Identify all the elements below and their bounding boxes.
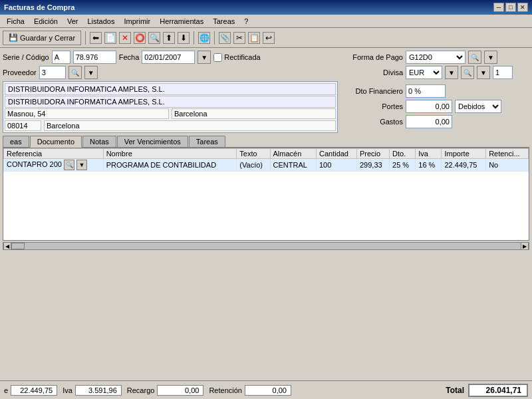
divisa-search-btn[interactable]: 🔍 (461, 66, 474, 79)
serie-label: Serie / Código (3, 53, 49, 61)
col-nombre: Nombre (103, 149, 237, 159)
retencion-label: Retención (209, 386, 242, 394)
menu-listados[interactable]: Listados (84, 17, 119, 26)
forma-pago-dropdown-btn[interactable]: ▼ (484, 51, 497, 64)
tab-eas[interactable]: eas (3, 136, 29, 147)
divisa-dropdown-btn[interactable]: ▼ (445, 66, 458, 79)
proveedor-search-btn[interactable]: 🔍 (68, 66, 82, 79)
scroll-track[interactable] (11, 243, 521, 249)
col-referencia: Referencia (4, 149, 104, 159)
menu-ficha[interactable]: Ficha (3, 17, 29, 26)
divisa-amount-input[interactable]: 1 (493, 66, 513, 79)
recargo-field: Recargo 0,00 (127, 385, 204, 396)
save-close-button[interactable]: 💾 Guardar y Cerrar (3, 31, 81, 45)
title-bar: Facturas de Compra ─ □ ✕ (0, 0, 532, 15)
gastos-row: Gastos (343, 115, 529, 128)
cut-icon[interactable]: ✂ (233, 32, 245, 44)
fecha-input[interactable] (142, 51, 195, 64)
save-close-label: Guardar y Cerrar (20, 34, 75, 42)
vendor-name1: DISTRIBUIDORA INFORMATICA AMPLES, S.L. (5, 83, 336, 95)
proveedor-dropdown-btn[interactable]: ▼ (84, 66, 98, 79)
tab-documento[interactable]: Documento (30, 136, 82, 148)
rectificada-label: Rectificada (213, 53, 260, 62)
tab-bar: eas Documento Notas Ver Vencimientos Tar… (3, 136, 529, 148)
menu-imprimir[interactable]: Imprimir (120, 17, 154, 26)
search-icon[interactable]: 🔍 (148, 32, 160, 44)
forma-pago-search-btn[interactable]: 🔍 (468, 51, 481, 64)
vendor-box: DISTRIBUIDORA INFORMATICA AMPLES, S.L. D… (3, 81, 338, 133)
table-row[interactable]: CONTAPRO 200 🔍 ▼ PROGRAMA DE CONTABILIDA… (4, 159, 529, 172)
fecha-dropdown-btn[interactable]: ▼ (198, 51, 211, 64)
line-items-table: Referencia Nombre Texto Almacén Cantidad… (3, 148, 529, 172)
total-box: Total 26.041,71 (446, 384, 528, 397)
portes-row: Portes Debidos (343, 100, 529, 113)
delete-icon[interactable]: ✕ (119, 32, 131, 44)
menu-edicion[interactable]: Edición (30, 17, 62, 26)
menu-herramientas[interactable]: Herramientas (156, 17, 207, 26)
base-field: e 22.449,75 (4, 385, 57, 396)
scroll-right-btn[interactable]: ▶ (521, 242, 529, 250)
divisa-arrow-btn[interactable]: ▼ (477, 66, 490, 79)
proveedor-input[interactable] (39, 66, 66, 79)
menu-help[interactable]: ? (240, 17, 252, 26)
cell-texto: (Vacío) (237, 159, 270, 172)
horizontal-scrollbar[interactable]: ◀ ▶ (3, 242, 529, 250)
divisa-select[interactable]: EUR (406, 66, 442, 79)
iva-value: 3.591,96 (75, 385, 122, 396)
gastos-input[interactable] (406, 115, 452, 128)
toolbar-separator-2 (194, 31, 194, 45)
internet-icon[interactable]: 🌐 (198, 32, 210, 44)
status-bar: e 22.449,75 Iva 3.591,96 Recargo 0,00 Re… (0, 380, 532, 399)
col-texto: Texto (237, 149, 270, 159)
undo-icon[interactable]: ↩ (263, 32, 275, 44)
serie-input[interactable] (52, 51, 70, 64)
cell-iva: 16 % (416, 159, 442, 172)
gastos-label: Gastos (343, 118, 403, 126)
portes-label: Portes (343, 102, 403, 110)
forma-pago-row: Forma de Pago G12D0 🔍 ▼ (343, 51, 529, 64)
tab-notas[interactable]: Notas (82, 136, 116, 147)
save-icon: 💾 (9, 33, 18, 42)
menu-bar: Ficha Edición Ver Listados Imprimir Herr… (0, 15, 532, 28)
tab-tareas[interactable]: Tareas (189, 136, 225, 147)
close-button[interactable]: ✕ (517, 3, 528, 12)
cell-referencia: CONTAPRO 200 🔍 ▼ (4, 159, 104, 172)
row-search-btn[interactable]: 🔍 (64, 160, 74, 170)
toolbar-separator-3 (214, 31, 215, 45)
cancel-icon[interactable]: ⭕ (134, 32, 146, 44)
prev-icon[interactable]: ⬆ (163, 32, 175, 44)
cell-retencion: No (486, 159, 529, 172)
forma-pago-select[interactable]: G12D0 (406, 51, 466, 64)
next-icon[interactable]: ⬇ (178, 32, 190, 44)
col-cantidad: Cantidad (316, 149, 356, 159)
minimize-button[interactable]: ─ (493, 3, 504, 12)
vendor-city2: Barcelona (44, 120, 336, 131)
toolbar: 💾 Guardar y Cerrar ⬅ 📄 ✕ ⭕ 🔍 ⬆ ⬇ 🌐 📎 ✂ 📋… (0, 28, 532, 48)
iva-field: Iva 3.591,96 (63, 385, 122, 396)
scroll-left-btn[interactable]: ◀ (3, 242, 11, 250)
cell-dto: 25 % (390, 159, 416, 172)
dto-input[interactable] (406, 84, 446, 98)
menu-ver[interactable]: Ver (63, 17, 82, 26)
cell-importe: 22.449,75 (442, 159, 486, 172)
vendor-name2: DISTRIBUIDORA INFORMATICA AMPLES, S.L. (5, 96, 336, 108)
recargo-value: 0,00 (157, 385, 203, 396)
cell-cantidad: 100 (316, 159, 356, 172)
window-title: Facturas de Compra (4, 3, 74, 11)
paste-icon[interactable]: 📋 (248, 32, 260, 44)
scroll-thumb[interactable] (11, 243, 25, 249)
row-dropdown-btn[interactable]: ▼ (76, 160, 87, 170)
rectificada-checkbox[interactable] (213, 53, 222, 62)
form-area: Serie / Código Fecha ▼ Rectificada Prove… (3, 51, 529, 133)
portes-input[interactable] (406, 100, 452, 113)
codigo-input[interactable] (73, 51, 116, 64)
cell-precio: 299,33 (356, 159, 389, 172)
back-icon[interactable]: ⬅ (90, 32, 102, 44)
new-icon[interactable]: 📄 (104, 32, 116, 44)
attach-icon[interactable]: 📎 (219, 32, 231, 44)
col-almacen: Almacén (270, 149, 316, 159)
tab-vencimientos[interactable]: Ver Vencimientos (117, 136, 188, 147)
portes-select[interactable]: Debidos (455, 100, 501, 113)
menu-tareas[interactable]: Tareas (209, 17, 239, 26)
maximize-button[interactable]: □ (505, 3, 516, 12)
